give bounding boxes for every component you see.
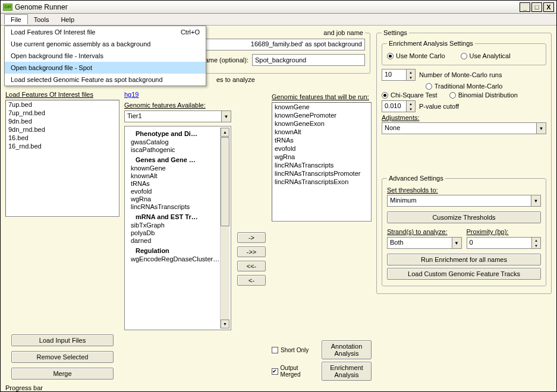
list-item[interactable]: 16_rnd.bed xyxy=(6,142,119,150)
tree-item[interactable]: sibTxGraph xyxy=(128,222,220,229)
menu-load-foi[interactable]: Load Features Of Interest file Ctrl+O xyxy=(5,26,206,38)
menu-open-bg-spot[interactable]: Open background file - Spot xyxy=(5,62,206,74)
customize-thresholds-button[interactable]: Cusomize Thresholds xyxy=(387,211,541,223)
list-item[interactable]: knownGene xyxy=(272,103,371,111)
short-only-label: Short Only xyxy=(281,347,309,353)
tree-item[interactable]: iscaPathogenic xyxy=(128,146,220,154)
chevron-down-icon[interactable]: ▼ xyxy=(452,237,462,249)
features-run-header: Genomic features that will be run: xyxy=(272,93,372,100)
list-item[interactable]: knownGeneExon xyxy=(272,119,371,128)
list-item[interactable]: lincRNAsTranscriptsExon xyxy=(272,178,371,186)
mc-runs-spinner[interactable]: 10 ▲▼ xyxy=(382,69,416,81)
spinner-down-icon[interactable]: ▼ xyxy=(407,106,415,112)
list-item[interactable]: 7up_rnd.bed xyxy=(6,109,119,117)
tree-category[interactable]: Genes and Gene … xyxy=(128,154,220,165)
thresholds-combo[interactable]: Minimum ▼ xyxy=(387,195,541,207)
menu-file[interactable]: File xyxy=(4,14,28,24)
list-item[interactable]: 16.bed xyxy=(6,134,119,142)
genome-link[interactable]: hg19 xyxy=(124,91,139,98)
spinner-up-icon[interactable]: ▲ xyxy=(407,101,415,106)
short-only-checkbox[interactable] xyxy=(272,347,278,353)
tree-item[interactable]: tRNAs xyxy=(128,180,220,188)
use-analytical-radio[interactable]: Use Analytical xyxy=(461,52,511,59)
tree-item[interactable]: lincRNAsTranscripts xyxy=(128,203,220,211)
move-all-right-button[interactable]: ->> xyxy=(237,246,266,257)
spinner-down-icon[interactable]: ▼ xyxy=(407,75,415,80)
tier-combo[interactable]: Tier1 ▼ xyxy=(124,110,231,122)
tree-category[interactable]: Phenotype and Di… xyxy=(128,128,220,138)
tree-item[interactable]: wgRna xyxy=(128,195,220,203)
spinner-up-icon[interactable]: ▲ xyxy=(407,69,415,75)
merge-button[interactable]: Merge xyxy=(11,368,114,380)
tree-item[interactable]: knownAlt xyxy=(128,172,220,180)
chevron-down-icon[interactable]: ▼ xyxy=(222,110,231,122)
list-item[interactable]: 7up.bed xyxy=(6,100,119,109)
scroll-up-icon[interactable]: ▲ xyxy=(221,128,229,137)
app-icon: GR xyxy=(3,4,12,11)
pvalue-spinner[interactable]: 0.010 ▲▼ xyxy=(382,100,416,112)
maximize-button[interactable]: □ xyxy=(531,2,542,12)
output-merged-checkbox[interactable]: ✔ xyxy=(272,368,278,375)
menu-load-gf-spot-bg[interactable]: Load selected Genomic Feature as spot ba… xyxy=(5,74,206,86)
scroll-thumb[interactable] xyxy=(221,137,229,226)
thresholds-label: Set thresholds to: xyxy=(387,186,541,194)
settings-panel: Settings Enrichment Analysis Settings Us… xyxy=(376,29,552,382)
scroll-down-icon[interactable]: ▼ xyxy=(221,320,229,328)
load-input-files-button[interactable]: Load Input Files xyxy=(11,334,114,346)
features-run-panel: Genomic features that will be run: known… xyxy=(272,29,372,382)
tree-category[interactable]: mRNA and EST Tr… xyxy=(128,211,220,222)
feature-tree[interactable]: Phenotype and Di… gwasCatalog iscaPathog… xyxy=(124,126,231,330)
move-all-left-button[interactable]: <<- xyxy=(237,261,266,271)
chevron-down-icon[interactable]: ▼ xyxy=(537,122,546,134)
list-item[interactable]: lincRNAsTranscripts xyxy=(272,161,371,169)
settings-legend: Settings xyxy=(382,29,409,36)
spinner-down-icon[interactable]: ▼ xyxy=(532,243,540,248)
load-custom-tracks-button[interactable]: Load Custom Genomic Feature Tracks xyxy=(387,268,541,280)
titlebar: GR Genome Runner _ □ X xyxy=(1,1,556,14)
menu-open-bg-intervals[interactable]: Open background file - Intervals xyxy=(5,50,206,62)
proximity-spinner[interactable]: 0 ▲▼ xyxy=(467,237,542,249)
move-right-button[interactable]: -> xyxy=(237,232,266,243)
binomial-radio[interactable]: Binomial Distribution xyxy=(449,91,518,99)
close-button[interactable]: X xyxy=(543,2,554,12)
tree-scrollbar[interactable]: ▲ ▼ xyxy=(220,128,229,328)
mc-runs-label: Number of Monte-Carlo runs xyxy=(419,71,502,78)
tree-item[interactable]: wgEncodeRegDnaseCluster… xyxy=(128,255,220,263)
annotation-analysis-button[interactable]: Annotation Analysis xyxy=(322,340,372,359)
adjustments-combo[interactable]: None ▼ xyxy=(382,122,546,134)
adjustments-label: Adjustments: xyxy=(382,114,546,121)
menu-tools[interactable]: Tools xyxy=(28,15,55,24)
foi-listbox[interactable]: 7up.bed 7up_rnd.bed 9dn.bed 9dn_rnd.bed … xyxy=(5,100,119,217)
features-run-listbox[interactable]: knownGene knownGenePromoter knownGeneExo… xyxy=(272,102,372,222)
list-item[interactable]: 9dn_rnd.bed xyxy=(6,125,119,134)
list-item[interactable]: wgRna xyxy=(272,153,371,161)
tree-item[interactable]: knownGene xyxy=(128,165,220,172)
tree-item[interactable]: darned xyxy=(128,237,220,245)
features-available-header: Genomic features Available: xyxy=(124,102,231,109)
list-item[interactable]: knownAlt xyxy=(272,128,371,136)
tree-item[interactable]: polyaDb xyxy=(128,229,220,237)
minimize-button[interactable]: _ xyxy=(520,2,530,12)
chevron-down-icon[interactable]: ▼ xyxy=(531,195,541,207)
use-monte-carlo-radio[interactable]: Use Monte Carlo xyxy=(387,52,445,59)
window-title: Genome Runner xyxy=(15,3,520,11)
list-item[interactable]: 9dn.bed xyxy=(6,117,119,125)
move-left-button[interactable]: <- xyxy=(237,275,266,286)
tree-item[interactable]: gwasCatalog xyxy=(128,138,220,146)
tree-item[interactable]: evofold xyxy=(128,188,220,195)
progress-bar-label: Progress bar xyxy=(5,384,552,391)
traditional-mc-radio[interactable]: Traditional Monte-Carlo xyxy=(426,83,503,90)
remove-selected-button[interactable]: Remove Selected xyxy=(11,351,114,363)
list-item[interactable]: tRNAs xyxy=(272,136,371,144)
list-item[interactable]: knownGenePromoter xyxy=(272,111,371,119)
strands-combo[interactable]: Both ▼ xyxy=(387,237,462,249)
enrichment-analysis-button[interactable]: Enrichment Analysis xyxy=(322,362,372,381)
list-item[interactable]: lincRNAsTranscriptsPromoter xyxy=(272,169,371,178)
chi-square-radio[interactable]: Chi-Square Test xyxy=(382,91,438,99)
menu-use-assembly-bg[interactable]: Use current genomic assembly as a backgr… xyxy=(5,38,206,50)
list-item[interactable]: evofold xyxy=(272,144,371,153)
tree-category[interactable]: Regulation xyxy=(128,245,220,255)
spinner-up-icon[interactable]: ▲ xyxy=(532,238,540,243)
menu-help[interactable]: Help xyxy=(55,15,80,24)
run-enrichment-all-button[interactable]: Run Enrichment for all names xyxy=(387,254,541,265)
